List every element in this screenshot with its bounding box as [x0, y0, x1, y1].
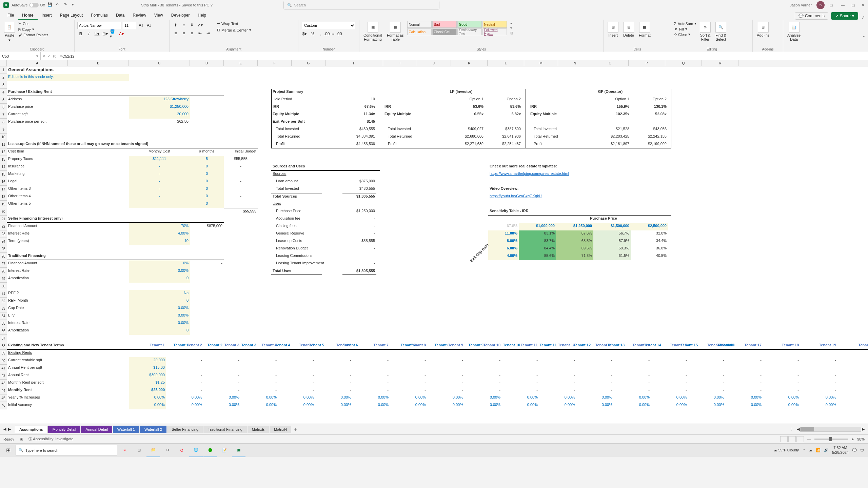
cell[interactable]: 0.00%	[353, 394, 390, 402]
tenant-header[interactable]: Tenant 12	[539, 342, 576, 350]
cell[interactable]: -	[576, 372, 614, 380]
cell[interactable]: 36.8%	[631, 245, 668, 253]
cell[interactable]: Initial Budget	[224, 148, 258, 156]
cell[interactable]: 0	[190, 201, 224, 208]
hscroll-track[interactable]	[800, 427, 861, 432]
cell[interactable]: 0.00%	[576, 394, 614, 402]
task-view-icon[interactable]: ⊡	[132, 444, 146, 457]
cell[interactable]: $1,305,555	[342, 268, 376, 275]
cell[interactable]: 0.00%	[278, 402, 315, 409]
task-chrome-icon[interactable]: 🌐	[189, 444, 203, 457]
cell[interactable]: Interest Rate	[7, 268, 68, 275]
row-header[interactable]: 32	[0, 298, 7, 305]
font-color-button[interactable]: A▾	[118, 30, 125, 37]
col-header[interactable]: L	[488, 60, 524, 66]
zoom-out-icon[interactable]: —	[807, 437, 811, 441]
cell[interactable]: Other Items 3	[7, 186, 68, 193]
select-all-corner[interactable]	[0, 60, 7, 66]
cut-button[interactable]: ✂Cut	[18, 21, 48, 26]
cell[interactable]: -	[129, 163, 190, 171]
cell[interactable]: $2,500,000	[631, 223, 668, 230]
copy-button[interactable]: ⎘Copy ▾	[18, 27, 48, 32]
conditional-formatting-button[interactable]: ▦Conditional Formatting	[362, 21, 383, 42]
cell[interactable]: 71.3%	[556, 253, 593, 260]
cell[interactable]: -	[129, 201, 190, 208]
row-header[interactable]: 17	[0, 186, 7, 193]
cell[interactable]: -	[688, 357, 726, 365]
format-painter-button[interactable]: 🖌Format Painter	[18, 33, 48, 37]
cell[interactable]: -	[800, 387, 837, 394]
tenant-header[interactable]: Tenant 19	[800, 342, 837, 350]
cell[interactable]: 0.00%	[800, 394, 837, 402]
cell[interactable]: Traditional Financing	[7, 253, 224, 260]
row-header[interactable]: 38	[0, 342, 7, 350]
cell[interactable]: -	[166, 380, 203, 387]
cell[interactable]: 0	[190, 193, 224, 201]
cell[interactable]: $55,555	[224, 208, 258, 216]
cell[interactable]: -	[370, 253, 376, 260]
row-header[interactable]: 21	[0, 216, 7, 223]
col-header[interactable]: I	[383, 60, 417, 66]
cell[interactable]: 0.00%	[726, 402, 763, 409]
cell[interactable]: 10	[353, 96, 376, 104]
cell[interactable]: -	[502, 357, 539, 365]
cell[interactable]: -	[502, 380, 539, 387]
tenant-header[interactable]: Tenant 11	[502, 342, 539, 350]
cell[interactable]: -	[576, 380, 614, 387]
tenant-header[interactable]: Tenant 4	[241, 342, 278, 350]
cell[interactable]: 0.00%	[651, 394, 688, 402]
tenant-header[interactable]: Tenant 6	[315, 342, 353, 350]
cell[interactable]: 61.5%	[593, 253, 631, 260]
tabs-menu-icon[interactable]: ⋮	[790, 427, 793, 431]
row-header[interactable]: 7	[0, 111, 7, 119]
cell[interactable]: -	[390, 387, 427, 394]
task-snip-icon[interactable]: ✂	[161, 444, 174, 457]
cell[interactable]: $409,027	[451, 126, 485, 134]
cell[interactable]: Project Summary	[271, 89, 380, 96]
cell[interactable]: 0.00%	[129, 394, 166, 402]
tenant-header[interactable]: Tenant 13	[576, 342, 614, 350]
cell[interactable]: Existing and New Tenant Terms	[7, 342, 129, 350]
task-excel-icon[interactable]: ▣	[232, 444, 245, 457]
macro-record-icon[interactable]: ▣	[20, 437, 23, 441]
row-header[interactable]: 22	[0, 223, 7, 230]
cell[interactable]: 0.00%	[241, 394, 278, 402]
cell[interactable]: -	[241, 357, 278, 365]
cell[interactable]: -	[241, 380, 278, 387]
font-size-select[interactable]	[123, 22, 136, 29]
cell[interactable]: 20,000	[129, 357, 166, 365]
row-header[interactable]: 13	[0, 156, 7, 163]
indent-dec-icon[interactable]: ⇤	[197, 30, 203, 37]
cell[interactable]: 0.00%	[688, 402, 726, 409]
tenant-header[interactable]: Tenant 2	[166, 342, 203, 350]
cell[interactable]: REFI Month	[7, 298, 68, 305]
cell[interactable]: $1.25	[129, 380, 166, 387]
cell[interactable]: 67.6%	[353, 104, 376, 111]
cell[interactable]: Sources	[271, 171, 322, 178]
cell[interactable]: 52.08x	[634, 111, 668, 119]
cell[interactable]: -	[315, 365, 353, 372]
row-header[interactable]: 42	[0, 372, 7, 380]
qat-more-icon[interactable]: ▾	[72, 2, 77, 8]
cell[interactable]: $15.00	[129, 365, 166, 372]
cell[interactable]: 0.00%	[688, 394, 726, 402]
cell[interactable]: 0.00%	[129, 312, 190, 320]
cell[interactable]: Option 1	[451, 96, 485, 104]
row-header[interactable]: 35	[0, 320, 7, 327]
cell[interactable]: 0.00%	[465, 394, 502, 402]
cell[interactable]: -	[241, 372, 278, 380]
row-header[interactable]: 16	[0, 178, 7, 186]
cell[interactable]: -	[800, 380, 837, 387]
task-candy-icon[interactable]: 🍬	[118, 444, 132, 457]
tray-clock[interactable]: 7:32 AM5/28/2024	[832, 446, 849, 454]
avatar[interactable]: JV	[816, 1, 825, 9]
border-button[interactable]: ⊞▾	[102, 30, 108, 37]
row-header[interactable]: 41	[0, 365, 7, 372]
cell[interactable]: $1,000,000	[519, 223, 556, 230]
cell[interactable]: -	[278, 387, 315, 394]
cell[interactable]: Leasing Tenant Improvement	[275, 260, 326, 268]
cell[interactable]: -	[353, 372, 390, 380]
cell[interactable]: -	[688, 387, 726, 394]
cell[interactable]: $2,254,437	[488, 141, 522, 148]
cell[interactable]: 0	[129, 275, 190, 283]
